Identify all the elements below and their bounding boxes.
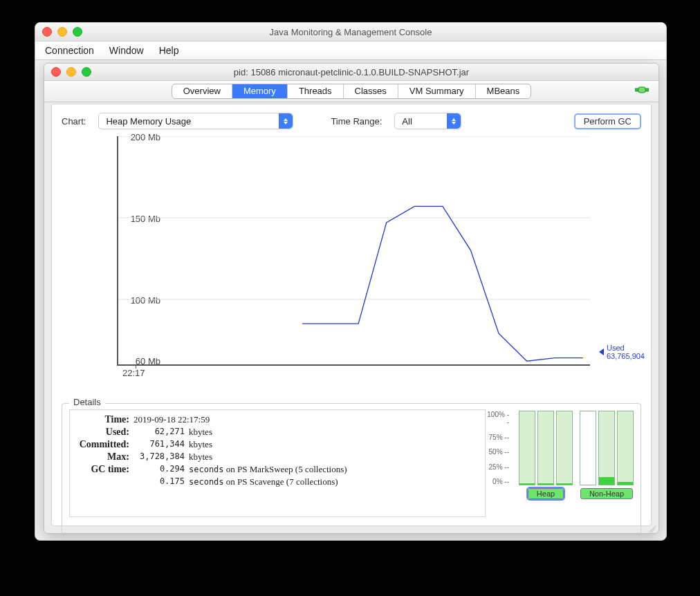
arrow-left-icon [599,348,604,355]
used-callout: Used 63,765,904 [599,344,645,360]
controls-row: Chart: Heap Memory Usage Time Range: All [62,113,641,129]
chart-area: 200 Mb 150 Mb 100 Mb 60 Mb [62,136,641,378]
v-committed: 761,344 [132,439,187,451]
details-title: Details [69,397,105,407]
tab-classes[interactable]: Classes [344,84,398,98]
memory-panel: Chart: Heap Memory Usage Time Range: All [51,104,652,526]
x-tick-label: 22:17 [122,368,145,378]
menu-help[interactable]: Help [159,45,179,56]
tab-overview[interactable]: Overview [172,84,232,98]
heap-button[interactable]: Heap [528,488,564,499]
chevron-updown-icon [447,113,461,129]
details-group: Details Time: 2019-09-18 22:17:59 Used: … [62,403,641,540]
v-max: 3,728,384 [132,451,187,464]
v-gc1: 0.294 [132,464,187,476]
heap-barset[interactable]: Heap [519,411,573,499]
heap-bar-3[interactable] [556,411,573,485]
plot-box [117,136,590,366]
tab-mbeans[interactable]: MBeans [476,84,531,98]
k-time: Time: [77,414,132,427]
outer-window-title: Java Monitoring & Management Console [35,27,666,37]
series-used [302,206,583,361]
menu-connection[interactable]: Connection [45,45,94,56]
stats-box: Time: 2019-09-18 22:17:59 Used: 62,271 k… [69,409,486,517]
used-callout-value: 63,765,904 [607,352,645,360]
perform-gc-button[interactable]: Perform GC [574,113,641,129]
inner-window: pid: 15086 micronaut-petclinic-0.1.0.BUI… [44,63,659,534]
k-gc: GC time: [77,464,132,476]
chart-label: Chart: [62,116,86,127]
tab-threads[interactable]: Threads [288,84,344,98]
tab-memory[interactable]: Memory [232,84,288,98]
resize-handle-icon[interactable] [647,522,657,532]
heap-bar-1[interactable] [519,411,535,485]
k-max: Max: [77,451,132,464]
v-used: 62,271 [132,427,187,439]
nonheap-bar-3[interactable] [617,411,634,485]
svg-rect-2 [638,87,645,93]
k-committed: Committed: [77,439,132,451]
t-gc2: seconds on PS Scavenge (7 collections) [187,476,350,489]
k-used: Used: [77,427,132,439]
chart-select-value: Heap Memory Usage [99,116,198,127]
menu-window[interactable]: Window [109,45,144,56]
nonheap-bar-1[interactable] [580,411,596,485]
nonheap-bar-2[interactable] [598,411,615,485]
menubar: Connection Window Help [35,41,666,60]
used-callout-name: Used [607,344,645,352]
nonheap-button[interactable]: Non-Heap [580,488,633,499]
u-committed: kbytes [187,439,350,451]
time-range-label: Time Range: [331,116,382,127]
inner-window-title: pid: 15086 micronaut-petclinic-0.1.0.BUI… [44,67,658,77]
time-range-value: All [395,116,418,127]
time-range-select[interactable]: All [394,113,461,129]
tab-row: Overview Memory Threads Classes VM Summa… [44,81,658,102]
tab-vm-summary[interactable]: VM Summary [398,84,476,98]
v-gc2: 0.175 [132,476,187,489]
outer-titlebar: Java Monitoring & Management Console [35,23,666,41]
heap-bar-2[interactable] [537,411,554,485]
nonheap-barset[interactable]: Non-Heap [580,411,634,499]
tabs: Overview Memory Threads Classes VM Summa… [172,84,532,99]
chart-select[interactable]: Heap Memory Usage [98,113,293,129]
memory-bars: 100% -- 75% -- 50% -- 25% -- 0% -- [486,411,634,499]
connection-status-icon [635,85,649,95]
inner-titlebar: pid: 15086 micronaut-petclinic-0.1.0.BUI… [44,64,658,81]
v-time: 2019-09-18 22:17:59 [132,414,350,427]
u-max: kbytes [187,451,350,464]
pct-axis: 100% -- 75% -- 50% -- 25% -- 0% -- [486,411,512,485]
chevron-updown-icon [279,113,293,129]
u-used: kbytes [187,427,350,439]
outer-window: Java Monitoring & Management Console Con… [35,22,667,541]
t-gc1: seconds seconds on PS MarkSweep (5 colle… [187,464,350,476]
